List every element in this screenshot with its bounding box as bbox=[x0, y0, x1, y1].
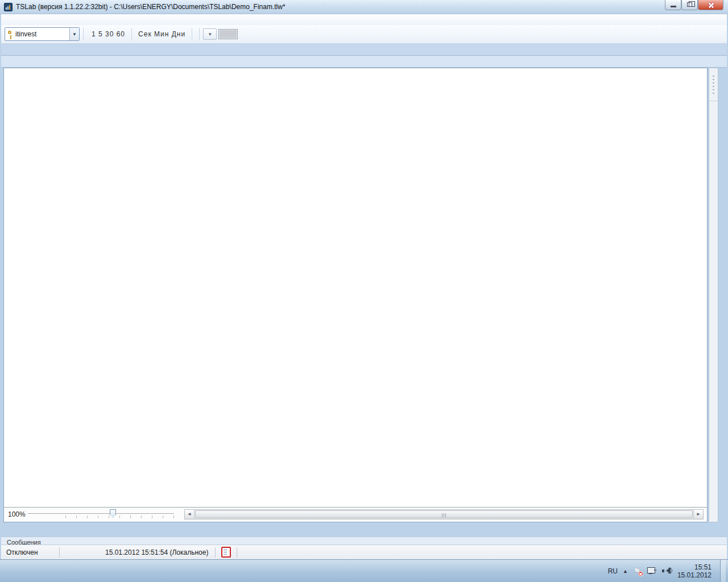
titlebar: TSLab (версия 1.1.22.2:32bit) - C:\Users… bbox=[0, 0, 728, 14]
strip-grip[interactable] bbox=[709, 68, 718, 101]
account-name: itinvest bbox=[15, 30, 36, 38]
restore-button[interactable] bbox=[681, 0, 698, 10]
tray-date: 15.01.2012 bbox=[677, 571, 712, 579]
timeframe-units[interactable]: Сек Мин Дни bbox=[135, 30, 188, 38]
close-button[interactable] bbox=[698, 0, 723, 10]
window-title: TSLab (версия 1.1.22.2:32bit) - C:\Users… bbox=[16, 3, 286, 11]
scroll-left-button[interactable]: ◄ bbox=[185, 510, 195, 519]
connection-status: Отключен bbox=[1, 548, 58, 556]
app-icon bbox=[4, 3, 13, 11]
color-swatch[interactable] bbox=[218, 29, 238, 39]
log-book-icon[interactable] bbox=[221, 547, 231, 558]
menu-bar bbox=[1, 14, 727, 25]
messages-title: Сообщения bbox=[1, 539, 727, 544]
horizontal-scrollbar[interactable]: ◄ ► bbox=[184, 509, 704, 519]
minimize-button[interactable] bbox=[665, 0, 681, 10]
account-combo[interactable]: itinvest ▼ bbox=[5, 27, 80, 41]
script-editor-canvas[interactable]: 100% ◄ ► bbox=[3, 68, 708, 522]
pane-links-layer bbox=[4, 68, 707, 522]
scroll-right-button[interactable]: ► bbox=[693, 510, 703, 519]
network-icon[interactable] bbox=[647, 567, 657, 575]
window-tab-strip bbox=[1, 44, 727, 56]
scrollbar-thumb[interactable] bbox=[195, 510, 693, 518]
status-datetime: 15.01.2012 15:51:54 (Локальное) bbox=[61, 548, 214, 556]
system-tray: RU ▲ 15:51 15.01.2012 bbox=[608, 560, 728, 582]
language-indicator[interactable]: RU bbox=[608, 567, 618, 575]
zoom-level: 100% bbox=[4, 510, 26, 518]
volume-icon[interactable] bbox=[662, 567, 672, 575]
clock[interactable]: 15:51 15.01.2012 bbox=[677, 563, 715, 579]
show-desktop-button[interactable] bbox=[720, 560, 726, 582]
action-center-icon[interactable] bbox=[633, 566, 642, 576]
tray-time: 15:51 bbox=[694, 563, 712, 571]
messages-panel: Сообщения bbox=[1, 537, 727, 544]
style-dropdown[interactable]: ▼ bbox=[203, 28, 217, 40]
account-combo-arrow[interactable]: ▼ bbox=[69, 28, 79, 40]
right-tool-strip[interactable] bbox=[709, 68, 718, 522]
key-icon bbox=[8, 31, 11, 34]
zoom-slider[interactable] bbox=[26, 508, 176, 521]
toolbar: itinvest ▼ 1 5 30 60 Сек Мин Дни ▼ bbox=[1, 25, 727, 44]
timeframe-numbers[interactable]: 1 5 30 60 bbox=[89, 30, 128, 38]
document-tab-strip bbox=[1, 56, 727, 68]
wires-layer bbox=[4, 68, 707, 522]
tslab-window: TSLab (версия 1.1.22.2:32bit) - C:\Users… bbox=[0, 0, 728, 582]
tray-expand-icon[interactable]: ▲ bbox=[623, 568, 628, 574]
status-bar: Отключен 15.01.2012 15:51:54 (Локальное) bbox=[1, 544, 727, 559]
taskbar: RU ▲ 15:51 15.01.2012 bbox=[0, 559, 728, 582]
zoom-bar: 100% ◄ ► bbox=[4, 507, 707, 521]
